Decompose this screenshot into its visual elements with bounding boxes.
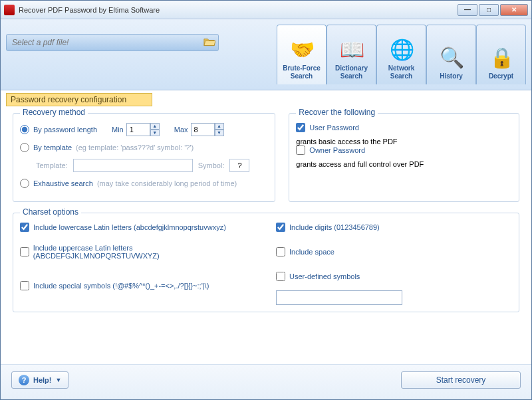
app-window: Recover PDF Password by Eltima Software … [0,0,532,400]
app-icon [4,5,15,15]
digits-label: Include digits (0123456789) [289,223,380,231]
file-picker[interactable] [6,34,219,51]
exhaustive-label: Exhaustive search [33,179,93,187]
template-input[interactable] [73,159,193,172]
globe-icon: 🌐 [390,38,414,62]
tab-brute-force[interactable]: 🤝Brute-ForceSearch [277,25,327,84]
by-template-hint: (eg template: 'pass???d' symbol: '?') [76,144,194,151]
window-title: Recover PDF Password by Eltima Software [19,6,458,14]
tab-label: NetworkSearch [388,64,414,80]
tab-network[interactable]: 🌐NetworkSearch [376,25,426,84]
tab-label: Decrypt [489,72,513,80]
min-label: Min [112,126,124,134]
special-check[interactable] [20,281,29,290]
min-spinner[interactable]: ▲▼ [126,123,160,136]
titlebar: Recover PDF Password by Eltima Software … [1,1,531,19]
magnifier-icon: 🔍 [440,46,464,70]
recovery-method-legend: Recovery method [20,108,88,117]
owner-password-option[interactable]: Owner Password [296,146,512,155]
symbol-input[interactable] [229,159,249,172]
digits-option[interactable]: Include digits (0123456789) [276,223,512,232]
special-option[interactable]: Include special symbols (!@#$%^*()_+-=<>… [20,272,256,300]
lowercase-label: Include lowercase Latin letters (abcdefg… [33,223,226,231]
by-template-label: By template [33,144,72,151]
maximize-button[interactable]: □ [479,4,499,16]
max-input[interactable] [191,123,215,136]
recover-following-group: Recover the following User Password gran… [289,113,519,202]
uppercase-check[interactable] [20,247,29,256]
special-label: Include special symbols (!@#$%^*()_+-=<>… [33,282,209,290]
content-area: Recovery method By password length Min ▲… [1,106,531,364]
start-recovery-button[interactable]: Start recovery [401,371,521,389]
config-banner: Password recovery configuration [6,93,152,106]
recovery-method-group: Recovery method By password length Min ▲… [13,113,275,202]
uppercase-option[interactable]: Include uppercase Latin letters (ABCDEFG… [20,244,256,260]
exhaustive-hint: (may take considerably long period of ti… [97,179,237,187]
book-icon: 📖 [340,38,364,62]
owner-password-hint: grants access and full control over PDF [296,160,424,168]
file-path-input[interactable] [9,38,203,47]
userdef-check[interactable] [276,272,285,281]
min-down[interactable]: ▼ [150,130,160,136]
tab-strip: 🤝Brute-ForceSearch📖DictionarySearch🌐Netw… [277,25,526,84]
tab-label: Brute-ForceSearch [283,64,321,80]
digits-check[interactable] [276,223,285,232]
close-button[interactable]: ✕ [500,4,528,16]
userdef-option[interactable]: User-defined symbols [276,272,512,281]
charset-legend: Charset options [20,207,81,217]
help-icon: ? [19,375,29,385]
tab-history[interactable]: 🔍History [426,25,476,84]
max-spinner[interactable]: ▲▼ [191,123,224,136]
exhaustive-option[interactable]: Exhaustive search (may take considerably… [20,179,268,188]
lock-icon: 🔒 [489,46,513,70]
uppercase-label: Include uppercase Latin letters (ABCDEFG… [33,244,256,260]
handshake-icon: 🤝 [290,38,314,62]
recover-following-legend: Recover the following [296,108,378,117]
window-controls: — □ ✕ [458,4,528,16]
by-template-radio[interactable] [20,143,29,152]
user-password-option[interactable]: User Password [296,123,512,132]
user-password-hint: grants basic access to the PDF [296,138,397,146]
charset-group: Charset options Include lowercase Latin … [13,213,519,312]
tab-label: History [440,72,462,80]
max-up[interactable]: ▲ [215,123,224,130]
space-label: Include space [289,248,334,256]
help-button[interactable]: ? Help! ▼ [11,371,68,389]
minimize-button[interactable]: — [458,4,477,16]
user-password-check[interactable] [296,123,305,132]
min-up[interactable]: ▲ [150,123,160,130]
tab-decrypt[interactable]: 🔒Decrypt [476,25,526,84]
help-label: Help! [33,376,52,384]
space-option[interactable]: Include space [276,244,512,260]
toolbar: 🤝Brute-ForceSearch📖DictionarySearch🌐Netw… [1,19,531,90]
user-password-label: User Password [309,124,359,132]
folder-open-icon[interactable] [203,37,215,48]
symbol-caption: Symbol: [198,161,225,169]
tab-label: DictionarySearch [335,64,368,80]
userdef-label: User-defined symbols [289,272,360,280]
chevron-down-icon: ▼ [56,377,62,383]
space-check[interactable] [276,247,285,256]
userdef-input[interactable] [276,290,402,305]
by-length-label: By password length [33,126,97,134]
owner-password-label: Owner Password [309,146,365,154]
footer: ? Help! ▼ Start recovery [1,364,531,399]
exhaustive-radio[interactable] [20,179,29,188]
by-length-radio[interactable] [20,125,29,134]
min-input[interactable] [126,123,150,136]
by-template-option[interactable]: By template (eg template: 'pass???d' sym… [20,143,268,152]
max-label: Max [174,126,188,134]
by-length-option[interactable]: By password length Min ▲▼ Max ▲▼ [20,123,268,136]
tab-dictionary[interactable]: 📖DictionarySearch [327,25,376,84]
lowercase-option[interactable]: Include lowercase Latin letters (abcdefg… [20,223,256,232]
lowercase-check[interactable] [20,223,29,232]
max-down[interactable]: ▼ [215,130,224,136]
template-caption: Template: [36,161,68,169]
owner-password-check[interactable] [296,146,305,155]
